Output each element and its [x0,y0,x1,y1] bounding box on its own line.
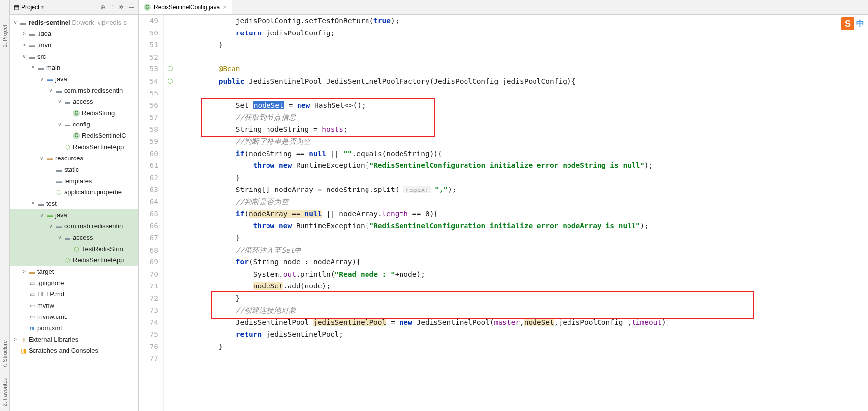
tree-item[interactable]: ▭mvnw [10,300,138,311]
line-gutter: 4950515253545556575859606162636465666768… [139,15,164,411]
tree-item[interactable]: mpom.xml [10,322,138,334]
tree-item[interactable]: v▬main [10,62,138,73]
class-icon: C [144,4,151,11]
gear-icon[interactable]: ✲ [119,4,124,11]
tree-item[interactable]: ▬templates [10,175,138,187]
tree-root[interactable]: v ▬ redis-sentinel D:\work_vip\redis-s [10,17,138,28]
ime-indicator: S 中 [841,17,864,30]
external-libraries[interactable]: > ⫴ External Libraries [10,334,138,345]
project-sidebar: ▤ Project ▾ ⊕ ÷ ✲ — v ▬ redis-sentinel D… [10,0,139,411]
tree-item[interactable]: v▬java [10,73,138,85]
tree-item[interactable]: v▬com.msb.redissentin [10,221,138,232]
close-icon[interactable]: × [223,3,227,11]
code-content[interactable]: jedisPoolConfig.setTestOnReturn(true); r… [184,15,868,411]
tree-item[interactable]: v▬src [10,51,138,62]
code-area[interactable]: 4950515253545556575859606162636465666768… [139,15,868,411]
chinese-mode-icon[interactable]: 中 [856,19,864,29]
dropdown-icon[interactable]: ▾ [41,4,44,10]
tree-item[interactable]: ⬡TestRedisStrin [10,243,138,254]
tree-item[interactable]: >▬.mvn [10,39,138,51]
tree-item[interactable]: ⬡RedisSentinelApp [10,254,138,266]
tree-item[interactable]: ▭mvnw.cmd [10,311,138,322]
editor-tabs: C RedisSentinelConfig.java × [139,0,868,15]
tab-active[interactable]: C RedisSentinelConfig.java × [139,0,232,14]
project-tree[interactable]: v ▬ redis-sentinel D:\work_vip\redis-s >… [10,15,138,411]
tree-item[interactable]: ▭.gitignore [10,277,138,288]
scratches[interactable]: ◨ Scratches and Consoles [10,345,138,356]
left-tool-rail: 1: Project 7: Structure 2: Favorites [0,0,10,411]
project-icon: ▤ [14,4,19,11]
tree-item[interactable]: v▬config [10,119,138,130]
tree-item[interactable]: >▬.idea [10,28,138,39]
tree-item[interactable]: v▬access [10,96,138,107]
sogou-icon[interactable]: S [841,17,854,30]
gutter-icons: ⬡⬡ [164,15,176,411]
sidebar-header: ▤ Project ▾ ⊕ ÷ ✲ — [10,0,138,15]
editor: C RedisSentinelConfig.java × 49505152535… [139,0,868,411]
tree-item[interactable]: v▬access [10,232,138,243]
expand-icon[interactable]: ÷ [110,4,114,11]
collapse-icon[interactable]: — [129,4,134,11]
fold-column [176,15,184,411]
tree-item[interactable]: ▭HELP.md [10,288,138,300]
rail-favorites[interactable]: 2: Favorites [1,373,9,411]
tree-item[interactable]: v▬com.msb.redissentin [10,85,138,96]
rail-structure[interactable]: 7: Structure [1,335,9,373]
locate-icon[interactable]: ⊕ [100,4,105,11]
sidebar-title: Project [21,4,39,11]
tree-item[interactable]: ⬡application.propertie [10,187,138,198]
tree-item[interactable]: v▬resources [10,153,138,164]
rail-project[interactable]: 1: Project [1,20,9,52]
tree-item[interactable]: >▬target [10,266,138,277]
tab-label: RedisSentinelConfig.java [154,4,220,11]
tree-item[interactable]: v▬test [10,198,138,209]
tree-item[interactable]: v▬java [10,209,138,221]
tree-item[interactable]: ⬡RedisSentinelApp [10,141,138,153]
tree-item[interactable]: CRedisSentinelC [10,130,138,141]
tree-item[interactable]: ▬static [10,164,138,175]
tree-item[interactable]: CRedisString [10,107,138,119]
